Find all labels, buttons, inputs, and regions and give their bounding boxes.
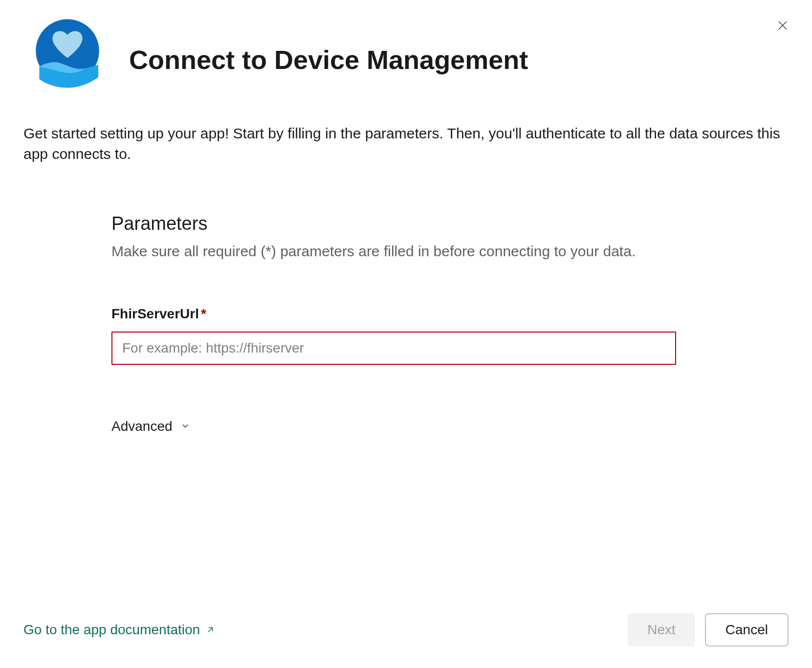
external-link-icon [206,622,215,638]
documentation-link[interactable]: Go to the app documentation [23,622,215,638]
page-title: Connect to Device Management [129,44,528,76]
required-star: * [201,306,206,321]
chevron-down-icon [180,419,190,434]
parameters-section: Parameters Make sure all required (*) pa… [111,213,698,434]
field-label-text: FhirServerUrl [111,306,199,321]
doc-link-label: Go to the app documentation [23,622,200,638]
next-button[interactable]: Next [628,613,695,646]
app-icon [23,16,111,104]
advanced-label: Advanced [111,419,173,434]
parameters-title: Parameters [111,213,698,234]
footer: Go to the app documentation Next Cancel [23,613,789,646]
close-icon [777,25,789,33]
button-row: Next Cancel [628,613,789,646]
fhir-server-url-input[interactable] [111,332,676,365]
intro-text: Get started setting up your app! Start b… [23,123,789,164]
close-button[interactable] [775,18,790,35]
cancel-button[interactable]: Cancel [705,613,789,646]
advanced-toggle[interactable]: Advanced [111,419,190,434]
header: Connect to Device Management [23,16,789,104]
parameters-subtitle: Make sure all required (*) parameters ar… [111,240,698,262]
fhir-server-url-label: FhirServerUrl* [111,306,698,322]
svg-line-3 [208,628,213,632]
